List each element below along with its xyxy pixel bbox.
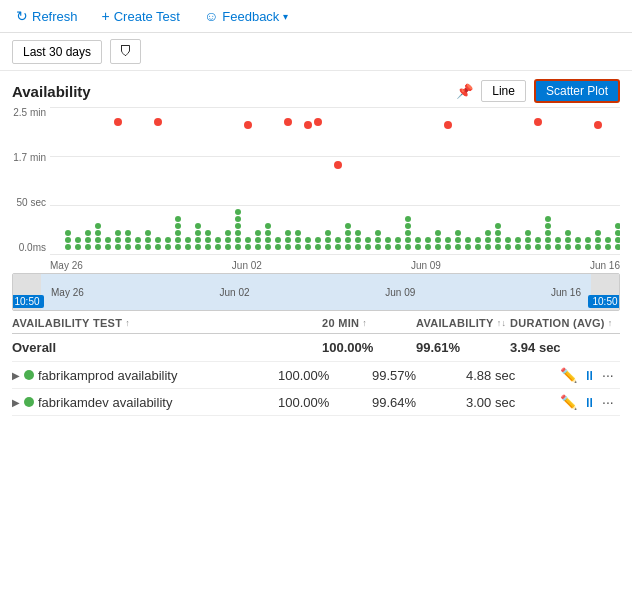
filter-icon: ⛉ bbox=[119, 44, 132, 59]
svg-point-25 bbox=[155, 244, 161, 250]
x-label-2: Jun 02 bbox=[232, 260, 262, 271]
svg-point-133 bbox=[545, 244, 551, 250]
pin-icon[interactable]: 📌 bbox=[456, 83, 473, 99]
create-test-label: Create Test bbox=[114, 9, 180, 24]
svg-point-10 bbox=[95, 230, 101, 236]
svg-point-127 bbox=[515, 237, 521, 243]
timeline: 10:50 10:50 May 26 Jun 02 Jun 09 Jun 16 bbox=[12, 273, 620, 311]
svg-point-49 bbox=[235, 237, 241, 243]
svg-point-77 bbox=[325, 230, 331, 236]
svg-point-107 bbox=[435, 230, 441, 236]
svg-point-52 bbox=[235, 216, 241, 222]
svg-point-0 bbox=[65, 244, 71, 250]
svg-point-33 bbox=[175, 216, 181, 222]
sort-icon-name[interactable]: ↑ bbox=[125, 318, 130, 328]
svg-point-44 bbox=[215, 237, 221, 243]
svg-point-142 bbox=[565, 230, 571, 236]
sort-icon-avail[interactable]: ↑↓ bbox=[497, 318, 507, 328]
svg-point-140 bbox=[565, 244, 571, 250]
svg-point-35 bbox=[185, 237, 191, 243]
svg-point-97 bbox=[405, 237, 411, 243]
svg-point-46 bbox=[225, 237, 231, 243]
create-test-button[interactable]: + Create Test bbox=[98, 6, 184, 26]
svg-point-146 bbox=[585, 237, 591, 243]
svg-point-122 bbox=[495, 230, 501, 236]
table-row: ▶ fabrikamdev availability 100.00% 99.64… bbox=[12, 389, 620, 416]
sort-icon-min20[interactable]: ↑ bbox=[362, 318, 367, 328]
svg-point-93 bbox=[385, 237, 391, 243]
table-header: AVAILABILITY TEST ↑ 20 MIN ↑ AVAILABILIT… bbox=[12, 313, 620, 334]
svg-point-45 bbox=[225, 244, 231, 250]
feedback-button[interactable]: ☺ Feedback ▾ bbox=[200, 6, 292, 26]
svg-point-66 bbox=[285, 237, 291, 243]
svg-point-118 bbox=[485, 237, 491, 243]
edit-icon-1[interactable]: ✏️ bbox=[560, 367, 577, 383]
timeline-right-handle[interactable]: 10:50 bbox=[591, 274, 619, 310]
svg-point-96 bbox=[405, 244, 411, 250]
svg-point-34 bbox=[185, 244, 191, 250]
svg-point-135 bbox=[545, 230, 551, 236]
svg-point-160 bbox=[244, 121, 252, 129]
svg-point-145 bbox=[585, 244, 591, 250]
row1-min20: 100.00% bbox=[278, 368, 368, 383]
chart-plot-area bbox=[50, 107, 620, 255]
timeline-right-label: 10:50 bbox=[588, 295, 620, 308]
svg-point-163 bbox=[314, 118, 322, 126]
svg-point-59 bbox=[265, 244, 271, 250]
chart-header: Availability 📌 Line Scatter Plot bbox=[12, 79, 620, 103]
row1-name: ▶ fabrikamprod availability bbox=[12, 368, 274, 383]
svg-point-58 bbox=[255, 230, 261, 236]
x-labels: May 26 Jun 02 Jun 09 Jun 16 bbox=[50, 260, 620, 271]
scatter-plot-button[interactable]: Scatter Plot bbox=[534, 79, 620, 103]
edit-icon-2[interactable]: ✏️ bbox=[560, 394, 577, 410]
timeline-left-handle[interactable]: 10:50 bbox=[13, 274, 41, 310]
y-label-top: 2.5 min bbox=[12, 107, 50, 118]
svg-point-64 bbox=[275, 237, 281, 243]
svg-point-85 bbox=[355, 237, 361, 243]
svg-point-144 bbox=[575, 237, 581, 243]
svg-point-6 bbox=[85, 237, 91, 243]
svg-point-116 bbox=[475, 237, 481, 243]
expand-icon-1[interactable]: ▶ bbox=[12, 370, 20, 381]
sort-icon-dur[interactable]: ↑ bbox=[608, 318, 613, 328]
svg-point-136 bbox=[545, 223, 551, 229]
svg-point-150 bbox=[605, 244, 611, 250]
svg-point-74 bbox=[315, 237, 321, 243]
svg-point-27 bbox=[165, 244, 171, 250]
svg-point-137 bbox=[545, 216, 551, 222]
svg-point-55 bbox=[245, 237, 251, 243]
svg-point-61 bbox=[265, 230, 271, 236]
tl-label-4: Jun 16 bbox=[551, 287, 581, 298]
refresh-button[interactable]: ↻ Refresh bbox=[12, 6, 82, 26]
th-availability: AVAILABILITY ↑↓ bbox=[416, 317, 506, 329]
more-icon-1[interactable]: ··· bbox=[602, 367, 614, 383]
expand-icon-2[interactable]: ▶ bbox=[12, 397, 20, 408]
svg-point-67 bbox=[285, 230, 291, 236]
th-duration: DURATION (AVG) ↑ bbox=[510, 317, 620, 329]
svg-point-17 bbox=[125, 244, 131, 250]
svg-point-16 bbox=[115, 230, 121, 236]
line-view-button[interactable]: Line bbox=[481, 80, 526, 102]
svg-point-103 bbox=[425, 244, 431, 250]
row2-actions: ✏️ ⏸ ··· bbox=[560, 394, 620, 410]
svg-point-149 bbox=[595, 230, 601, 236]
svg-point-130 bbox=[525, 230, 531, 236]
pause-icon-2[interactable]: ⏸ bbox=[583, 395, 596, 410]
date-range-button[interactable]: Last 30 days bbox=[12, 40, 102, 64]
row1-availability: 99.57% bbox=[372, 368, 462, 383]
pause-icon-1[interactable]: ⏸ bbox=[583, 368, 596, 383]
svg-point-63 bbox=[275, 244, 281, 250]
refresh-icon: ↻ bbox=[16, 8, 28, 24]
svg-point-158 bbox=[114, 118, 122, 126]
svg-point-88 bbox=[365, 237, 371, 243]
date-range-label: Last 30 days bbox=[23, 45, 91, 59]
svg-point-153 bbox=[615, 237, 620, 243]
svg-point-108 bbox=[445, 244, 451, 250]
more-icon-2[interactable]: ··· bbox=[602, 394, 614, 410]
svg-point-1 bbox=[65, 237, 71, 243]
overall-availability: 99.61% bbox=[416, 340, 506, 355]
overall-name: Overall bbox=[12, 340, 318, 355]
svg-point-141 bbox=[565, 237, 571, 243]
filter-button[interactable]: ⛉ bbox=[110, 39, 141, 64]
svg-point-95 bbox=[395, 237, 401, 243]
